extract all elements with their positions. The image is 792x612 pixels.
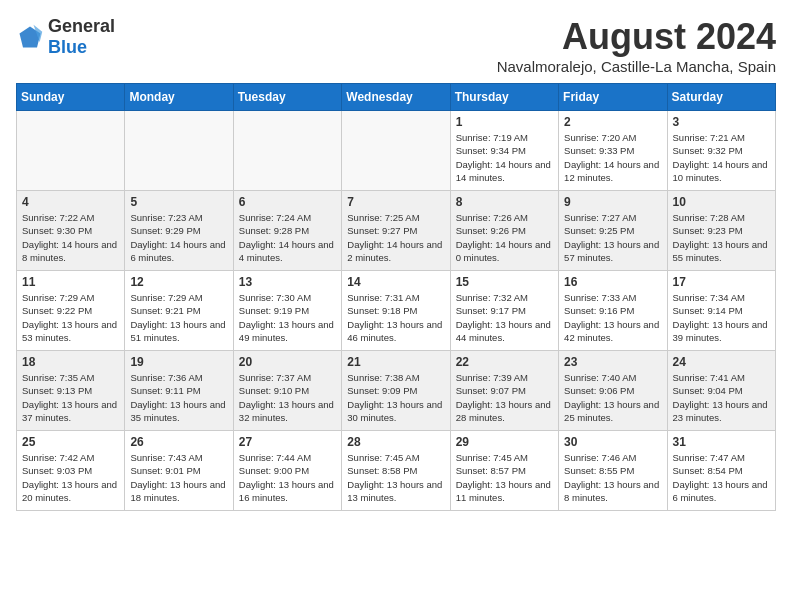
weekday-header-saturday: Saturday xyxy=(667,84,775,111)
calendar-cell-2: 2Sunrise: 7:20 AM Sunset: 9:33 PM Daylig… xyxy=(559,111,667,191)
day-info: Sunrise: 7:36 AM Sunset: 9:11 PM Dayligh… xyxy=(130,371,227,424)
day-number: 20 xyxy=(239,355,336,369)
calendar-cell-5: 5Sunrise: 7:23 AM Sunset: 9:29 PM Daylig… xyxy=(125,191,233,271)
day-number: 2 xyxy=(564,115,661,129)
day-info: Sunrise: 7:37 AM Sunset: 9:10 PM Dayligh… xyxy=(239,371,336,424)
day-number: 24 xyxy=(673,355,770,369)
day-number: 19 xyxy=(130,355,227,369)
calendar-cell-29: 29Sunrise: 7:45 AM Sunset: 8:57 PM Dayli… xyxy=(450,431,558,511)
calendar-cell-empty xyxy=(125,111,233,191)
day-number: 1 xyxy=(456,115,553,129)
day-number: 31 xyxy=(673,435,770,449)
calendar-cell-27: 27Sunrise: 7:44 AM Sunset: 9:00 PM Dayli… xyxy=(233,431,341,511)
calendar-cell-10: 10Sunrise: 7:28 AM Sunset: 9:23 PM Dayli… xyxy=(667,191,775,271)
day-info: Sunrise: 7:25 AM Sunset: 9:27 PM Dayligh… xyxy=(347,211,444,264)
calendar-cell-13: 13Sunrise: 7:30 AM Sunset: 9:19 PM Dayli… xyxy=(233,271,341,351)
calendar-cell-24: 24Sunrise: 7:41 AM Sunset: 9:04 PM Dayli… xyxy=(667,351,775,431)
calendar-cell-30: 30Sunrise: 7:46 AM Sunset: 8:55 PM Dayli… xyxy=(559,431,667,511)
day-number: 4 xyxy=(22,195,119,209)
day-info: Sunrise: 7:27 AM Sunset: 9:25 PM Dayligh… xyxy=(564,211,661,264)
logo-blue: Blue xyxy=(48,37,87,57)
day-info: Sunrise: 7:30 AM Sunset: 9:19 PM Dayligh… xyxy=(239,291,336,344)
day-info: Sunrise: 7:43 AM Sunset: 9:01 PM Dayligh… xyxy=(130,451,227,504)
day-number: 16 xyxy=(564,275,661,289)
day-number: 13 xyxy=(239,275,336,289)
day-info: Sunrise: 7:31 AM Sunset: 9:18 PM Dayligh… xyxy=(347,291,444,344)
day-number: 27 xyxy=(239,435,336,449)
calendar-week-5: 25Sunrise: 7:42 AM Sunset: 9:03 PM Dayli… xyxy=(17,431,776,511)
calendar-week-3: 11Sunrise: 7:29 AM Sunset: 9:22 PM Dayli… xyxy=(17,271,776,351)
calendar-cell-empty xyxy=(17,111,125,191)
day-info: Sunrise: 7:46 AM Sunset: 8:55 PM Dayligh… xyxy=(564,451,661,504)
day-number: 12 xyxy=(130,275,227,289)
calendar-cell-21: 21Sunrise: 7:38 AM Sunset: 9:09 PM Dayli… xyxy=(342,351,450,431)
calendar-week-4: 18Sunrise: 7:35 AM Sunset: 9:13 PM Dayli… xyxy=(17,351,776,431)
calendar-cell-15: 15Sunrise: 7:32 AM Sunset: 9:17 PM Dayli… xyxy=(450,271,558,351)
day-info: Sunrise: 7:21 AM Sunset: 9:32 PM Dayligh… xyxy=(673,131,770,184)
calendar-cell-31: 31Sunrise: 7:47 AM Sunset: 8:54 PM Dayli… xyxy=(667,431,775,511)
weekday-header-sunday: Sunday xyxy=(17,84,125,111)
calendar-cell-18: 18Sunrise: 7:35 AM Sunset: 9:13 PM Dayli… xyxy=(17,351,125,431)
day-info: Sunrise: 7:44 AM Sunset: 9:00 PM Dayligh… xyxy=(239,451,336,504)
day-info: Sunrise: 7:22 AM Sunset: 9:30 PM Dayligh… xyxy=(22,211,119,264)
calendar-cell-19: 19Sunrise: 7:36 AM Sunset: 9:11 PM Dayli… xyxy=(125,351,233,431)
calendar-cell-14: 14Sunrise: 7:31 AM Sunset: 9:18 PM Dayli… xyxy=(342,271,450,351)
calendar-week-2: 4Sunrise: 7:22 AM Sunset: 9:30 PM Daylig… xyxy=(17,191,776,271)
logo-icon xyxy=(16,23,44,51)
day-number: 26 xyxy=(130,435,227,449)
weekday-header-tuesday: Tuesday xyxy=(233,84,341,111)
month-year: August 2024 xyxy=(497,16,776,58)
day-number: 28 xyxy=(347,435,444,449)
day-number: 23 xyxy=(564,355,661,369)
title-block: August 2024 Navalmoralejo, Castille-La M… xyxy=(497,16,776,75)
calendar-cell-12: 12Sunrise: 7:29 AM Sunset: 9:21 PM Dayli… xyxy=(125,271,233,351)
calendar-cell-17: 17Sunrise: 7:34 AM Sunset: 9:14 PM Dayli… xyxy=(667,271,775,351)
day-info: Sunrise: 7:45 AM Sunset: 8:58 PM Dayligh… xyxy=(347,451,444,504)
calendar-cell-1: 1Sunrise: 7:19 AM Sunset: 9:34 PM Daylig… xyxy=(450,111,558,191)
day-number: 5 xyxy=(130,195,227,209)
weekday-header-monday: Monday xyxy=(125,84,233,111)
calendar-cell-22: 22Sunrise: 7:39 AM Sunset: 9:07 PM Dayli… xyxy=(450,351,558,431)
calendar-cell-empty xyxy=(342,111,450,191)
calendar-cell-8: 8Sunrise: 7:26 AM Sunset: 9:26 PM Daylig… xyxy=(450,191,558,271)
day-number: 22 xyxy=(456,355,553,369)
day-info: Sunrise: 7:20 AM Sunset: 9:33 PM Dayligh… xyxy=(564,131,661,184)
calendar-cell-empty xyxy=(233,111,341,191)
day-info: Sunrise: 7:40 AM Sunset: 9:06 PM Dayligh… xyxy=(564,371,661,424)
weekday-header-thursday: Thursday xyxy=(450,84,558,111)
day-number: 30 xyxy=(564,435,661,449)
day-number: 29 xyxy=(456,435,553,449)
calendar-table: SundayMondayTuesdayWednesdayThursdayFrid… xyxy=(16,83,776,511)
weekday-header-wednesday: Wednesday xyxy=(342,84,450,111)
calendar-cell-16: 16Sunrise: 7:33 AM Sunset: 9:16 PM Dayli… xyxy=(559,271,667,351)
day-number: 10 xyxy=(673,195,770,209)
day-info: Sunrise: 7:45 AM Sunset: 8:57 PM Dayligh… xyxy=(456,451,553,504)
calendar-cell-4: 4Sunrise: 7:22 AM Sunset: 9:30 PM Daylig… xyxy=(17,191,125,271)
day-info: Sunrise: 7:29 AM Sunset: 9:22 PM Dayligh… xyxy=(22,291,119,344)
calendar-cell-23: 23Sunrise: 7:40 AM Sunset: 9:06 PM Dayli… xyxy=(559,351,667,431)
weekday-header-friday: Friday xyxy=(559,84,667,111)
day-number: 14 xyxy=(347,275,444,289)
day-number: 6 xyxy=(239,195,336,209)
day-info: Sunrise: 7:41 AM Sunset: 9:04 PM Dayligh… xyxy=(673,371,770,424)
day-info: Sunrise: 7:47 AM Sunset: 8:54 PM Dayligh… xyxy=(673,451,770,504)
day-number: 11 xyxy=(22,275,119,289)
calendar-cell-20: 20Sunrise: 7:37 AM Sunset: 9:10 PM Dayli… xyxy=(233,351,341,431)
day-info: Sunrise: 7:29 AM Sunset: 9:21 PM Dayligh… xyxy=(130,291,227,344)
day-info: Sunrise: 7:38 AM Sunset: 9:09 PM Dayligh… xyxy=(347,371,444,424)
page-header: General Blue August 2024 Navalmoralejo, … xyxy=(16,16,776,75)
weekday-header-row: SundayMondayTuesdayWednesdayThursdayFrid… xyxy=(17,84,776,111)
day-info: Sunrise: 7:39 AM Sunset: 9:07 PM Dayligh… xyxy=(456,371,553,424)
day-number: 15 xyxy=(456,275,553,289)
day-number: 18 xyxy=(22,355,119,369)
calendar-cell-25: 25Sunrise: 7:42 AM Sunset: 9:03 PM Dayli… xyxy=(17,431,125,511)
day-number: 8 xyxy=(456,195,553,209)
calendar-week-1: 1Sunrise: 7:19 AM Sunset: 9:34 PM Daylig… xyxy=(17,111,776,191)
calendar-cell-28: 28Sunrise: 7:45 AM Sunset: 8:58 PM Dayli… xyxy=(342,431,450,511)
day-number: 9 xyxy=(564,195,661,209)
calendar-cell-3: 3Sunrise: 7:21 AM Sunset: 9:32 PM Daylig… xyxy=(667,111,775,191)
calendar-cell-7: 7Sunrise: 7:25 AM Sunset: 9:27 PM Daylig… xyxy=(342,191,450,271)
day-number: 3 xyxy=(673,115,770,129)
calendar-cell-11: 11Sunrise: 7:29 AM Sunset: 9:22 PM Dayli… xyxy=(17,271,125,351)
logo: General Blue xyxy=(16,16,115,58)
